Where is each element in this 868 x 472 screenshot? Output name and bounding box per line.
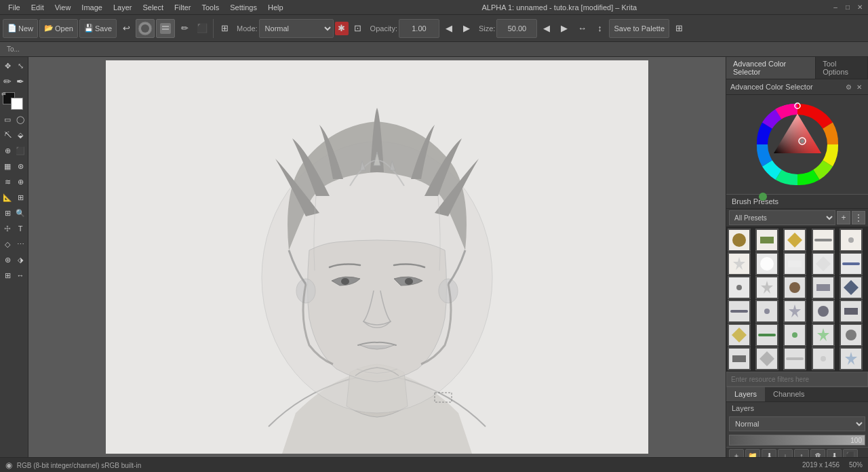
preset-item[interactable] <box>783 252 806 275</box>
preset-item[interactable] <box>812 323 835 347</box>
tool-fill[interactable]: ⬛ <box>14 143 26 158</box>
mode-select[interactable]: Normal <box>259 19 334 38</box>
layers-blend-select[interactable]: Normal <box>729 416 865 431</box>
move-up-button[interactable]: ↑ <box>794 449 809 457</box>
preset-item[interactable] <box>783 229 806 252</box>
flip-horiz-icon[interactable]: ↔ <box>574 20 590 37</box>
preset-item[interactable] <box>840 276 863 299</box>
preset-item[interactable] <box>755 323 778 347</box>
menu-tools[interactable]: Tools <box>197 2 225 13</box>
tool-clone[interactable]: ⊕ <box>14 174 26 189</box>
eraser-button[interactable]: ✏ <box>176 20 193 37</box>
menu-select[interactable]: Select <box>137 2 169 13</box>
tool-text[interactable]: T <box>14 221 26 236</box>
close-button[interactable]: ✕ <box>854 2 865 13</box>
show-palette-icon[interactable]: ⊞ <box>671 20 687 37</box>
tool-crop[interactable]: ⊞ <box>1 205 14 220</box>
bg-color[interactable] <box>11 98 23 110</box>
size-up-icon[interactable]: ▶ <box>556 20 572 37</box>
save-palette-button[interactable]: Save to Palette <box>609 19 669 38</box>
add-group-button[interactable]: 📁 <box>745 449 760 457</box>
open-button[interactable]: 📂 Open <box>39 19 78 38</box>
preset-item[interactable] <box>812 252 835 275</box>
preset-item[interactable] <box>783 300 806 323</box>
presets-filter-input[interactable] <box>726 372 868 387</box>
merge-button[interactable]: ⬇ <box>827 449 842 457</box>
menu-view[interactable]: View <box>50 2 77 13</box>
canvas-area[interactable] <box>28 57 726 457</box>
advanced-color-selector-tab[interactable]: Advanced Color Selector <box>726 57 816 79</box>
tool-grid[interactable]: ⊞ <box>1 268 14 283</box>
preset-item[interactable] <box>755 276 778 299</box>
tool-measurement[interactable]: ↔ <box>14 268 26 283</box>
size-down-icon[interactable]: ◀ <box>538 20 555 37</box>
preset-item[interactable] <box>755 252 778 275</box>
preset-item[interactable] <box>812 276 835 299</box>
menu-settings[interactable]: Settings <box>224 2 262 13</box>
tool-transform[interactable]: ⤡ <box>14 58 26 73</box>
tool-filter-brush[interactable]: ⊛ <box>1 252 14 267</box>
opacity-up-icon[interactable]: ▶ <box>458 20 475 37</box>
color-selector-settings[interactable]: ⚙ <box>844 82 853 92</box>
tool-pan[interactable]: ☩ <box>1 221 14 236</box>
canvas[interactable] <box>106 60 648 454</box>
tool-smudge[interactable]: ≋ <box>1 174 14 189</box>
preset-item[interactable] <box>840 252 863 275</box>
layers-opacity-bar[interactable]: 100 <box>729 435 865 446</box>
menu-file[interactable]: File <box>3 2 26 13</box>
brush-preset-icon[interactable] <box>136 19 155 38</box>
preset-item[interactable] <box>728 276 751 299</box>
tool-assistant[interactable]: ⊞ <box>14 190 26 205</box>
preset-item[interactable] <box>812 300 835 323</box>
tool-shape[interactable]: ◇ <box>1 237 14 252</box>
layers-tab[interactable]: Layers <box>726 387 765 401</box>
undo-button[interactable]: ↩ <box>118 20 134 37</box>
preset-item[interactable] <box>783 323 806 347</box>
tool-move[interactable]: ✥ <box>1 58 14 73</box>
preset-item[interactable] <box>840 323 863 347</box>
maximize-button[interactable]: □ <box>842 2 853 13</box>
mirror-button[interactable]: ⬛ <box>194 20 210 37</box>
tool-gradient[interactable]: ▦ <box>1 159 14 174</box>
opacity-down-icon[interactable]: ◀ <box>441 20 457 37</box>
save-button[interactable]: 💾 Save <box>79 19 117 38</box>
preset-item[interactable] <box>840 300 863 323</box>
preset-item[interactable] <box>783 276 806 299</box>
brush-settings-icon[interactable] <box>156 19 175 38</box>
menu-filter[interactable]: Filter <box>169 2 196 13</box>
preset-item[interactable] <box>728 252 751 275</box>
tool-ellipse-select[interactable]: ◯ <box>14 112 26 127</box>
preset-item[interactable] <box>755 300 778 323</box>
duplicate-layer-button[interactable]: ⬇ <box>762 449 776 457</box>
opacity-input[interactable] <box>399 19 439 38</box>
tool-freehand-select[interactable]: ⛏ <box>1 127 14 142</box>
color-selector-close[interactable]: ✕ <box>854 82 864 92</box>
color-swap-icon[interactable]: ⇄ <box>1 91 6 97</box>
move-down-button[interactable]: ↓ <box>778 449 793 457</box>
flip-vert-icon[interactable]: ↕ <box>591 20 608 37</box>
preset-item[interactable] <box>840 229 863 252</box>
preset-item[interactable] <box>728 323 751 347</box>
preset-item[interactable] <box>755 347 778 370</box>
minimize-button[interactable]: – <box>830 2 841 13</box>
presets-options-button[interactable]: ⋮ <box>852 211 865 224</box>
preset-item[interactable] <box>755 229 778 252</box>
preset-item[interactable] <box>728 347 751 370</box>
preset-item[interactable] <box>812 347 835 370</box>
add-layer-button[interactable]: + <box>729 449 744 457</box>
tool-freehand[interactable]: ✏ <box>1 74 14 89</box>
tool-path[interactable]: ⋯ <box>14 237 26 252</box>
menu-help[interactable]: Help <box>262 2 289 13</box>
tool-ruler[interactable]: 📐 <box>1 190 14 205</box>
preset-item[interactable] <box>728 229 751 252</box>
tool-smart-patch[interactable]: ⬗ <box>14 252 26 267</box>
presets-filter-select[interactable]: All Presets <box>729 210 835 225</box>
size-input[interactable] <box>496 19 537 38</box>
color-wheel-wrapper[interactable] <box>753 100 842 189</box>
delete-layer-button[interactable]: 🗑 <box>810 449 825 457</box>
tool-zoom[interactable]: 🔍 <box>14 205 26 220</box>
tool-multibrush[interactable]: ⊛ <box>14 159 26 174</box>
menu-edit[interactable]: Edit <box>26 2 50 13</box>
tool-options-tab[interactable]: Tool Options <box>816 57 868 79</box>
flatten-button[interactable]: ⬛ <box>843 449 858 457</box>
